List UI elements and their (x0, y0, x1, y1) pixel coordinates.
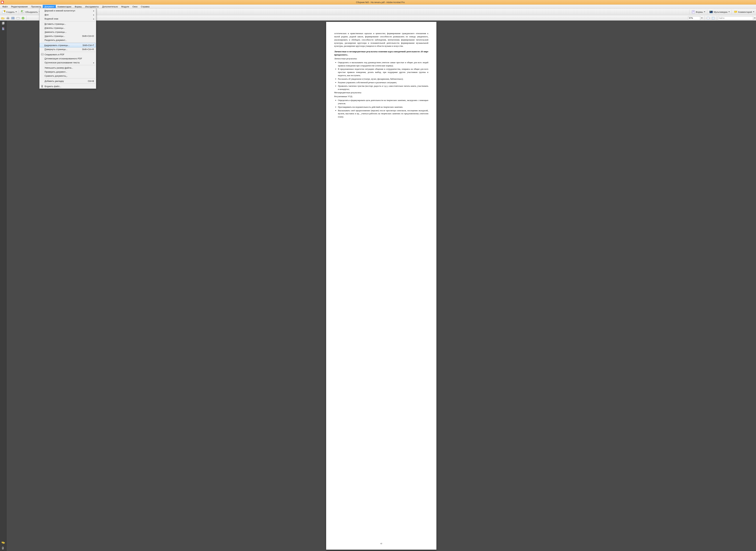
svg-rect-7 (693, 12, 694, 12)
body-text: Метапредметные результаты: (334, 91, 428, 94)
create-icon (2, 10, 6, 14)
menu-item-label: Фон (45, 13, 93, 16)
toolbar-file: 57% Найти (0, 15, 756, 21)
chevron-down-icon (753, 11, 754, 13)
save-icon[interactable] (11, 16, 15, 20)
combine-button[interactable]: Объединить (20, 9, 41, 14)
nav-panel (0, 20, 7, 551)
svg-point-12 (710, 11, 711, 12)
combine-label: Объединить (25, 11, 38, 13)
fit-width-icon[interactable] (706, 16, 710, 20)
zoom-input[interactable]: 57% (688, 16, 700, 20)
menu-справка[interactable]: Справка (139, 5, 151, 8)
menu-item[interactable]: Верхний и нижний колонтитул (40, 9, 96, 13)
menu-item-label: Уменьшить размер файла... (45, 67, 95, 69)
body-text: Личностные результаты: (334, 57, 428, 60)
menu-просмотр[interactable]: Просмотр (29, 5, 43, 8)
menu-item-label: Извлечь страницы... (45, 27, 95, 29)
forms-label: Формы (696, 11, 703, 13)
document-menu-dropdown: Верхний и нижний колонтитулФонВодяной зн… (39, 8, 96, 89)
multimedia-icon (709, 10, 713, 14)
menu-item[interactable]: Разделить документ... (40, 38, 96, 42)
menu-item[interactable]: Кадрировать страницы...Shift+Ctrl+T (40, 43, 96, 47)
menubar: ФайлРедактированиеПросмотрДокументКоммен… (0, 5, 756, 9)
create-label: Создать (6, 11, 14, 13)
menu-item[interactable]: Уменьшить размер файла... (40, 66, 96, 70)
menu-item[interactable]: Фон (40, 13, 96, 17)
chevron-down-icon (728, 11, 730, 13)
comment-label: Комментарий (738, 11, 752, 13)
menu-редактирование[interactable]: Редактирование (9, 5, 29, 8)
share-icon[interactable] (21, 16, 25, 20)
menu-item[interactable]: Повернуть страницы...Shift+Ctrl+R (40, 47, 96, 51)
svg-rect-17 (12, 17, 14, 18)
comments-panel-icon[interactable] (1, 541, 5, 545)
comment-button[interactable]: Комментарий (733, 9, 755, 14)
menu-item[interactable]: Оптимизация отсканированного PDF (40, 56, 96, 60)
menu-item[interactable]: Извлечь страницы... (40, 26, 96, 30)
titlebar: Сборник №5 - На печать.pdf - Adobe Acrob… (0, 0, 756, 5)
list-item: Разумно управлять собственной речью в ра… (338, 81, 428, 84)
chevron-down-icon[interactable] (701, 18, 702, 19)
attachments-panel-icon[interactable] (1, 546, 5, 550)
menu-item[interactable]: Вставить страницы... (40, 22, 96, 26)
create-button[interactable]: Создать (1, 9, 18, 14)
menu-item-label: Проверить документ... (45, 71, 95, 73)
bookmarks-panel-icon[interactable] (1, 27, 5, 31)
find-input[interactable]: Найти (718, 16, 753, 20)
menu-комментарии[interactable]: Комментарии (56, 5, 73, 8)
menu-item-label: Разделить документ... (45, 39, 95, 41)
menu-item[interactable]: Водяной знак (40, 17, 96, 21)
svg-rect-14 (7, 17, 9, 18)
svg-rect-11 (710, 13, 713, 13)
menu-item-label: Оптическое распознавание текста (45, 61, 93, 64)
menu-модули[interactable]: Модули (119, 5, 131, 8)
svg-rect-6 (693, 11, 694, 11)
pages-panel-icon[interactable] (1, 21, 5, 25)
email-icon[interactable] (16, 16, 20, 20)
svg-rect-27 (41, 53, 43, 54)
menu-item[interactable]: Добавить закладкуCtrl+B (40, 79, 96, 83)
document-area[interactable]: эстетических и нравственных идеалах и це… (7, 20, 756, 551)
print-icon[interactable] (6, 16, 10, 20)
workspace: эстетических и нравственных идеалах и це… (0, 20, 756, 551)
submenu-arrow-icon (93, 61, 95, 64)
menu-item-label: Оптимизация отсканированного PDF (45, 57, 95, 60)
svg-rect-24 (3, 22, 4, 24)
menu-item[interactable]: Оптическое распознавание текста (40, 60, 96, 64)
list-item: Определять и формулировать цель деятельн… (338, 99, 428, 105)
menu-item[interactable]: Сравнить документы... (40, 74, 96, 78)
menu-окно[interactable]: Окно (131, 5, 139, 8)
submenu-arrow-icon (93, 17, 95, 20)
menu-документ[interactable]: Документ (43, 5, 56, 8)
menu-item[interactable]: Вложить файл... (40, 84, 96, 88)
menu-item-label: Вложить файл... (45, 85, 95, 87)
submenu-arrow-icon (93, 13, 95, 16)
menu-shortcut: Ctrl+B (88, 80, 94, 82)
forms-button[interactable]: Формы (690, 9, 706, 14)
svg-rect-18 (12, 18, 14, 19)
menu-item[interactable]: Сканировать в PDF (40, 52, 96, 56)
menu-инструменты[interactable]: Инструменты (83, 5, 100, 8)
list-item: Высказывать своё предположение (версию) … (338, 109, 428, 119)
menu-дополнительно[interactable]: Дополнительно (100, 5, 120, 8)
list-item: В предложенных педагогом ситуациях общен… (338, 68, 428, 77)
svg-rect-22 (712, 17, 714, 19)
forms-icon (692, 10, 695, 14)
chevron-down-icon (15, 11, 17, 13)
multimedia-button[interactable]: Мультимедиа (708, 9, 731, 14)
comment-icon (734, 10, 738, 14)
menu-item[interactable]: Удалить страницы...Shift+Ctrl+D (40, 34, 96, 38)
menu-shortcut: Shift+Ctrl+T (82, 44, 94, 47)
body-text: эстетических и нравственных идеалах и це… (334, 32, 428, 48)
menu-item[interactable]: Проверить документ... (40, 70, 96, 74)
menu-item[interactable]: Заменить страницы... (40, 30, 96, 34)
menu-item-label: Кадрировать страницы... (44, 44, 82, 47)
menu-формы[interactable]: Формы (73, 5, 83, 8)
list-item: Рассказать об увиденном в (театре, музее… (338, 77, 428, 81)
open-icon[interactable] (1, 16, 5, 20)
menu-item-label: Вставить страницы... (45, 23, 95, 25)
chevron-down-icon[interactable] (754, 18, 755, 19)
fit-page-icon[interactable] (711, 16, 715, 20)
menu-файл[interactable]: Файл (1, 5, 9, 8)
